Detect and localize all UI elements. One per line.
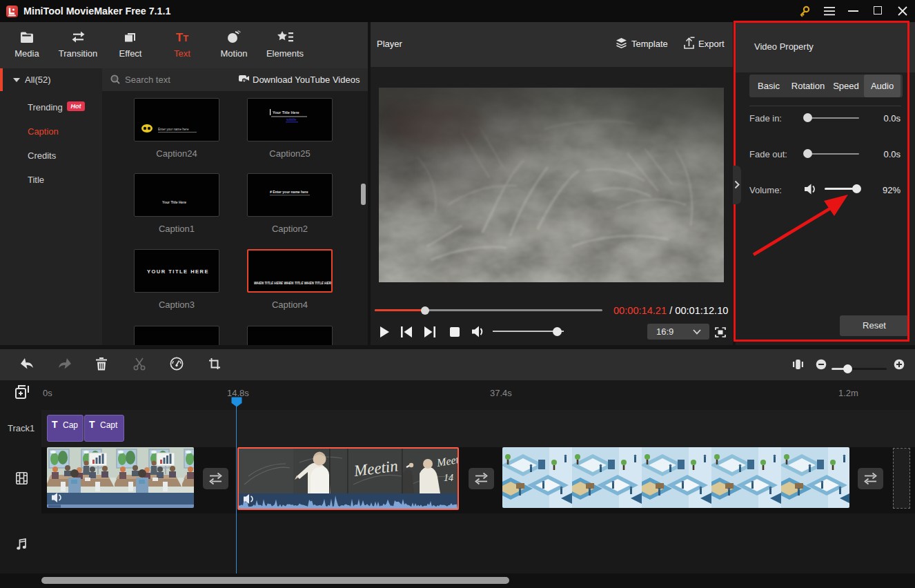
svg-text:Enter your name here: Enter your name here xyxy=(158,128,189,131)
svg-text:# Enter your name here: # Enter your name here xyxy=(270,190,308,194)
svg-text:Your Title Here: Your Title Here xyxy=(273,110,299,115)
svg-text:WHEN TITLE HERE WHEN TITLE WHE: WHEN TITLE HERE WHEN TITLE WHEN TITLE HE… xyxy=(254,282,331,285)
svg-text:14: 14 xyxy=(444,473,453,483)
svg-text:subtitle: subtitle xyxy=(286,118,297,121)
svg-text:YOUR TITLE HERE: YOUR TITLE HERE xyxy=(147,268,209,275)
svg-text:Your Title Here: Your Title Here xyxy=(162,200,186,204)
